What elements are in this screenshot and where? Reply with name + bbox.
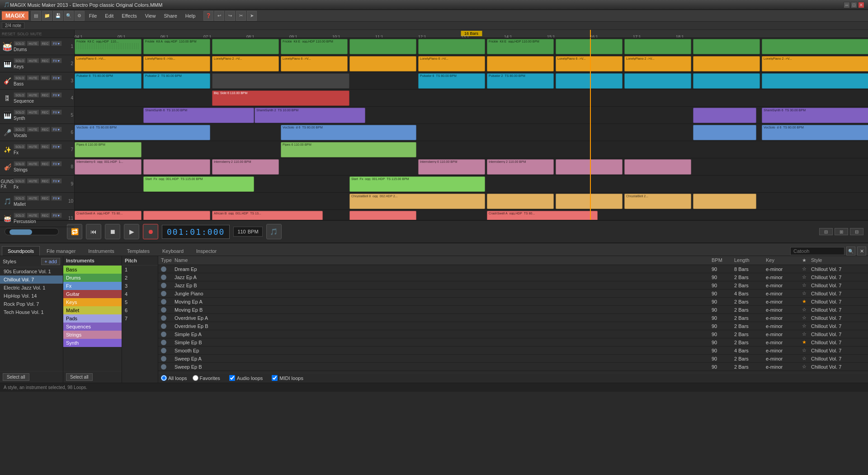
clip-keys-6[interactable]: LonelyPiano 6 ->V... [418, 56, 485, 71]
time-ruler[interactable]: 16 Bars 04:1 05:1 06:1 07:1 08:1 09:1 10… [75, 30, 868, 38]
style-tech-house[interactable]: Tech House Vol. 1 [0, 308, 63, 316]
clip-strings-4[interactable]: Interroberry 6 110.00 BPM [418, 159, 485, 175]
toolbar-icon-arrow[interactable]: ➤ [247, 11, 257, 21]
clip-mallet-4[interactable]: ChrystalBell 2... [624, 194, 691, 209]
instrument-guitar[interactable]: Guitar [63, 290, 122, 298]
solo-btn-7[interactable]: SOLO [14, 144, 26, 149]
time-signature[interactable]: 2/4 note [2, 22, 24, 29]
instrument-keys[interactable]: Keys [63, 298, 122, 306]
tab-soundpools[interactable]: Soundpools [2, 246, 40, 256]
loop-row-11[interactable]: Sweep Ep A 90 2 Bars e-minor ☆ Chillout … [158, 355, 868, 363]
track-name-11[interactable]: Percussion [14, 219, 66, 224]
menu-edit[interactable]: Edit [101, 12, 117, 19]
clip-fx2-1[interactable]: Start_Fx_ogg_001.HDP_TS 115.00 BPM [143, 176, 254, 192]
clip-keys-3[interactable]: LonelyPiano 2 ->V... [212, 56, 279, 71]
clip-bass-2[interactable]: Pulsator 2_TS 80.00 BPM [143, 73, 210, 89]
loop-row-12[interactable]: Sweep Ep B 90 2 Bars e-minor ☆ Chillout … [158, 363, 868, 371]
track-name-5[interactable]: Synth [14, 116, 66, 121]
toolbar-icon-undo[interactable]: ↩ [214, 11, 224, 21]
loop-fav-10[interactable]: ☆ [797, 347, 811, 353]
hute-btn-3[interactable]: HUTE [27, 75, 39, 81]
fx-btn-11[interactable]: FX▼ [51, 213, 62, 218]
clip-strings-6[interactable] [556, 159, 623, 175]
clip-fx-2[interactable]: Pipes 6 110.00 BPM [281, 142, 416, 157]
clip-strings-7[interactable] [624, 159, 691, 175]
clip-perc-3[interactable]: African B_ogg_001.HDP_TS 13... [212, 211, 323, 220]
clip-perc-5[interactable]: CrashSwell A_ogg.HDP_TS 80... [487, 211, 598, 220]
solo-btn-4[interactable]: SOLO [14, 92, 26, 98]
track-lane-1[interactable]: Frickle_Kit C_ogg.HDP_110... Frickle_Kit… [75, 38, 868, 55]
fx-btn-2[interactable]: FX▼ [51, 58, 62, 63]
clip-bass-8[interactable] [762, 73, 868, 89]
style-90s[interactable]: 90s Eurodance Vol. 1 [0, 267, 63, 276]
loop-fav-5[interactable]: ☆ [797, 307, 811, 313]
clip-keys-7[interactable] [487, 56, 554, 71]
clip-drums-8[interactable] [556, 39, 623, 54]
menu-effects[interactable]: Effects [118, 12, 140, 19]
radio-favorites-input[interactable] [193, 375, 198, 381]
clip-drums-6[interactable] [418, 39, 485, 54]
midi-loops-checkbox[interactable] [272, 375, 278, 381]
hute-btn-7[interactable]: HUTE [27, 144, 39, 149]
track-lane-4[interactable]: Big_Side 6 110.00 BPM [75, 90, 868, 107]
col-header-length[interactable]: Length [734, 257, 766, 263]
rewind-button[interactable]: ⏮ [86, 224, 101, 239]
clip-strings-1[interactable]: Interroberry 6_ogg_001.HDP_1... [75, 159, 142, 175]
solo-btn-1[interactable]: SOLO [14, 41, 26, 46]
pitch-1[interactable]: 1 [122, 266, 158, 274]
radio-all-loops-input[interactable] [161, 375, 167, 381]
close-button[interactable]: ✕ [858, 2, 864, 8]
fx-btn-5[interactable]: FX▼ [51, 109, 62, 115]
clip-keys-1[interactable]: LonelyPiano 6 ->Vi... [75, 56, 142, 71]
clip-drums-2[interactable]: Frickle_Kit A_ogg.HDP_110.00 BPM [143, 39, 210, 54]
loop-row-10[interactable]: Smooth Ep 90 4 Bars e-minor ☆ Chillout V… [158, 347, 868, 355]
clip-mallet-1[interactable]: ChrystalBell 8_ogg_002.HDP 2... [349, 194, 485, 209]
col-header-bpm[interactable]: BPM [712, 257, 734, 263]
pitch-2[interactable]: 2 [122, 274, 158, 282]
clip-strings-2[interactable] [143, 159, 210, 175]
fx-btn-7[interactable]: FX▼ [51, 144, 62, 149]
maximize-button[interactable]: □ [851, 2, 857, 8]
clip-fx2-2[interactable]: Start_Fx_ogg_001.HDP_TS 115.00 BPM [349, 176, 485, 192]
clip-bass-3[interactable]: Pulsator 6_TS 80.00 BPM [418, 73, 485, 89]
clip-keys-11[interactable]: LonelyPiano 2 ->V... [762, 56, 868, 71]
col-header-key[interactable]: Key [766, 257, 797, 263]
loop-row-1[interactable]: Jazz Ep A 90 2 Bars e-minor ☆ Chillout V… [158, 273, 868, 281]
style-electric-jazz[interactable]: Electric Jazz Vol. 1 [0, 284, 63, 292]
clip-mallet-2[interactable] [487, 194, 554, 209]
rec-btn-11[interactable]: REC [40, 213, 51, 218]
loop-row-4[interactable]: Moving Ep A 90 2 Bars e-minor ★ Chillout… [158, 298, 868, 306]
tracks-canvas[interactable]: Frickle_Kit C_ogg.HDP_110... Frickle_Kit… [75, 38, 868, 220]
clip-fx-1[interactable]: Pipes 6 110.00 BPM [75, 142, 142, 157]
menu-view[interactable]: View [142, 12, 160, 19]
loop-row-9[interactable]: Simple Ep B 90 2 Bars e-minor ★ Chillout… [158, 338, 868, 347]
add-style-button[interactable]: + add [41, 258, 60, 265]
toolbar-icon-4[interactable]: 🔍 [64, 11, 74, 21]
hute-btn-11[interactable]: HUTE [27, 213, 39, 218]
rec-btn-9[interactable]: REC [40, 178, 51, 184]
radio-all-loops[interactable]: All loops [161, 375, 187, 381]
hute-btn-6[interactable]: HUTE [27, 127, 39, 132]
hute-btn-4[interactable]: HUTE [27, 92, 39, 98]
rec-btn-10[interactable]: REC [40, 195, 51, 201]
clip-drums-10[interactable] [693, 39, 760, 54]
menu-share[interactable]: Share [160, 12, 180, 19]
track-name-8[interactable]: Strings [14, 167, 66, 172]
rec-btn-5[interactable]: REC [40, 109, 51, 115]
clip-strings-5[interactable]: Interroberry 2 110.00 BPM [487, 159, 554, 175]
play-button[interactable]: ▶ [124, 224, 139, 239]
menu-file[interactable]: File [85, 12, 101, 19]
radio-favorites[interactable]: Favorites [193, 375, 220, 381]
clip-vocals-3[interactable] [693, 125, 756, 140]
style-chillout[interactable]: Chillout Vol. 7 [0, 276, 63, 284]
solo-btn-8[interactable]: SOLO [14, 161, 26, 166]
clip-vocals-4[interactable]: VocSolo_d 6_TS 80.00 BPM [762, 125, 868, 140]
style-hiphop[interactable]: HipHop Vol. 14 [0, 292, 63, 300]
tab-file-manager[interactable]: File manager [41, 246, 81, 256]
col-header-style[interactable]: Style [811, 257, 865, 263]
clip-drums-11[interactable] [762, 39, 868, 54]
instrument-mallet[interactable]: Mallet [63, 306, 122, 314]
track-lane-6[interactable]: VocSolo_d 6_TS 80.00 BPM VocSolo_d 6_TS … [75, 124, 868, 141]
track-lane-11[interactable]: CrashSwell A_ogg.HDP_TS 80... African B_… [75, 210, 868, 220]
track-lane-10[interactable]: ChrystalBell 8_ogg_002.HDP 2... Chrystal… [75, 193, 868, 210]
